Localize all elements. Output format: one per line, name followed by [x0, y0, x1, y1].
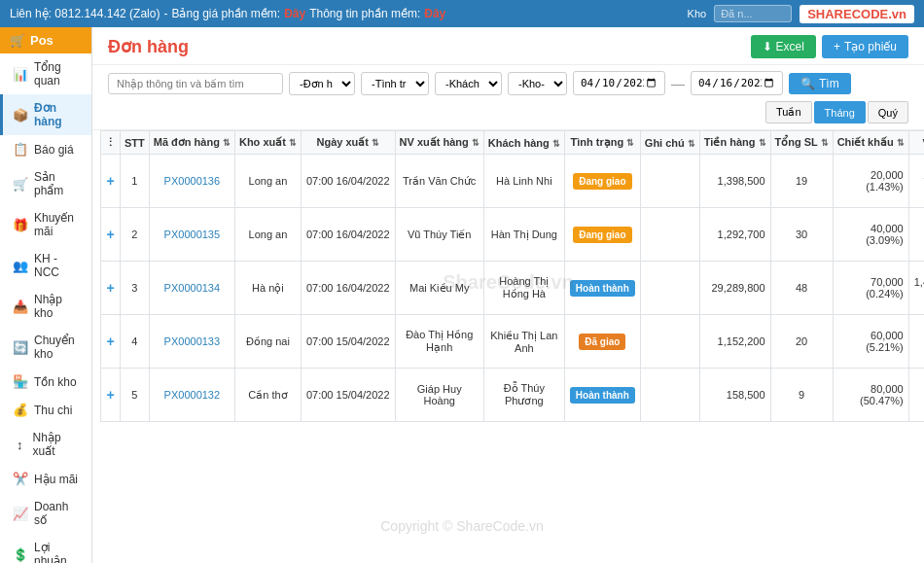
- row-expand[interactable]: +: [101, 155, 121, 208]
- don-h-select[interactable]: -Đơn h: [289, 72, 355, 95]
- row-ma-don[interactable]: PX0000136: [149, 155, 234, 208]
- sidebar-item-hau-mai[interactable]: ✂️ Hậu mãi: [0, 465, 91, 493]
- col-nv-xuat[interactable]: NV xuất hàng ⇅: [395, 131, 483, 155]
- row-kho-xuat: Cần thơ: [234, 369, 301, 422]
- excel-label: Excel: [776, 40, 804, 53]
- col-tong-sl[interactable]: Tổng SL ⇅: [770, 131, 833, 155]
- tab-thang[interactable]: Tháng: [814, 101, 866, 123]
- sidebar-item-khuyen-mai[interactable]: 🎁 Khuyến mãi: [0, 204, 91, 245]
- date-to-input[interactable]: [691, 71, 783, 95]
- ton-kho-icon: 🏪: [13, 374, 28, 389]
- pos-label: Pos: [30, 33, 53, 48]
- row-chiet-khau: 60,000 (5.21%): [833, 315, 908, 369]
- chuyen-kho-icon: 🔄: [13, 340, 28, 355]
- sidebar-item-thu-chi[interactable]: 💰 Thu chi: [0, 396, 91, 424]
- date-separator: —: [671, 76, 685, 91]
- row-expand[interactable]: +: [101, 262, 121, 315]
- row-ma-don[interactable]: PX0000135: [149, 208, 234, 262]
- col-tien-hang[interactable]: Tiền hàng ⇅: [699, 131, 770, 155]
- row-stt: 3: [121, 262, 150, 315]
- khach-select[interactable]: -Khách: [435, 72, 502, 95]
- create-button[interactable]: + Tạo phiếu: [822, 35, 908, 58]
- tinh-tr-select[interactable]: -Tình tr: [361, 72, 429, 95]
- sidebar: 🛒 Pos 📊 Tổng quan 📦 Đơn hàng 📋 Báo giá 🛒…: [0, 27, 92, 563]
- sidebar-item-don-hang[interactable]: 📦 Đơn hàng: [0, 94, 91, 135]
- don-hang-label: Đơn hàng: [34, 101, 82, 128]
- table-row: + 4 PX0000133 Đồng nai 07:00 15/04/2022 …: [101, 315, 925, 369]
- col-khach-hang[interactable]: Khách hàng ⇅: [483, 131, 564, 155]
- row-nv-xuat: Trần Văn Chức: [395, 155, 483, 208]
- sidebar-item-nhap-xuat[interactable]: ↕️ Nhập xuất: [0, 424, 91, 465]
- table-row: + 1 PX0000136 Long an 07:00 16/04/2022 T…: [101, 155, 925, 208]
- row-ma-don[interactable]: PX0000133: [149, 315, 234, 369]
- col-kho-xuat[interactable]: Kho xuất ⇅: [234, 131, 301, 155]
- sidebar-item-ton-kho[interactable]: 🏪 Tồn kho: [0, 368, 91, 396]
- banggia-label: Bảng giá phần mềm:: [171, 7, 280, 20]
- bao-gia-label: Báo giá: [34, 143, 74, 157]
- col-tinh-trang[interactable]: Tình trạng ⇅: [564, 131, 640, 155]
- page-actions: ⬇ Excel + Tạo phiếu: [751, 35, 908, 58]
- tong-quan-label: Tổng quan: [34, 60, 82, 88]
- col-ghi-chu[interactable]: Ghi chú ⇅: [640, 131, 699, 155]
- row-nv-xuat: Đào Thị Hồng Hạnh: [395, 315, 483, 369]
- don-hang-icon: 📦: [13, 108, 28, 123]
- loi-nhuan-icon: 💲: [13, 547, 28, 562]
- table-row: + 5 PX0000132 Cần thơ 07:00 15/04/2022 G…: [101, 369, 925, 422]
- excel-button[interactable]: ⬇ Excel: [751, 35, 816, 58]
- search-input[interactable]: [108, 73, 283, 94]
- col-ma-don[interactable]: Mã đơn hàng ⇅: [149, 131, 234, 155]
- sidebar-item-chuyen-kho[interactable]: 🔄 Chuyển kho: [0, 327, 91, 368]
- sidebar-item-nhap-kho[interactable]: 📥 Nhập kho: [0, 286, 91, 327]
- col-chiet-khau[interactable]: Chiết khấu ⇅: [833, 131, 908, 155]
- row-expand[interactable]: +: [101, 369, 121, 422]
- row-chiet-khau: 70,000 (0.24%): [833, 262, 908, 315]
- row-kho-xuat: Long an: [234, 155, 301, 208]
- row-ma-don[interactable]: PX0000134: [149, 262, 234, 315]
- sidebar-pos[interactable]: 🛒 Pos: [0, 27, 91, 53]
- logo: SHARECODE.vn: [800, 5, 914, 23]
- sidebar-item-loi-nhuan[interactable]: 💲 Lợi nhuận: [0, 534, 91, 563]
- search-icon: 🔍: [800, 77, 815, 90]
- row-expand[interactable]: +: [101, 208, 121, 262]
- row-ngay-xuat: 07:00 16/04/2022: [301, 155, 395, 208]
- row-tinh-trang: Đang giao: [564, 208, 640, 262]
- table-header-row: ⋮ STT Mã đơn hàng ⇅ Kho xuất ⇅ Ngày xuất…: [101, 131, 925, 155]
- main-content: Đơn hàng ⬇ Excel + Tạo phiếu -Đơn h -Tìn…: [92, 27, 924, 563]
- khuyen-mai-label: Khuyến mãi: [34, 211, 82, 238]
- sidebar-item-san-pham[interactable]: 🛒 Sản phẩm: [0, 163, 91, 204]
- sidebar-item-kh-ncc[interactable]: 👥 KH - NCC: [0, 245, 91, 286]
- date-from-input[interactable]: [573, 71, 665, 95]
- topbar-search-input[interactable]: [714, 5, 792, 22]
- orders-table: ⋮ STT Mã đơn hàng ⇅ Kho xuất ⇅ Ngày xuất…: [100, 130, 924, 422]
- excel-icon: ⬇: [763, 40, 772, 53]
- tab-tuan[interactable]: Tuần: [765, 101, 812, 123]
- sidebar-item-tong-quan[interactable]: 📊 Tổng quan: [0, 53, 91, 94]
- search-button[interactable]: 🔍 Tìm: [789, 73, 851, 94]
- col-ngay-xuat[interactable]: Ngày xuất ⇅: [301, 131, 395, 155]
- create-label: Tạo phiếu: [844, 40, 897, 53]
- col-stt: STT: [121, 131, 150, 155]
- row-stt: 1: [121, 155, 150, 208]
- kho-select[interactable]: -Kho-: [508, 72, 567, 95]
- row-expand[interactable]: +: [101, 315, 121, 369]
- col-vat[interactable]: VAT ⇅: [908, 131, 924, 155]
- banggia-link[interactable]: Đây: [284, 7, 305, 20]
- hau-mai-label: Hậu mãi: [34, 473, 78, 486]
- sidebar-item-bao-gia[interactable]: 📋 Báo giá: [0, 135, 91, 163]
- row-tinh-trang: Hoàn thành: [564, 369, 640, 422]
- row-stt: 5: [121, 369, 150, 422]
- sidebar-item-doanh-so[interactable]: 📈 Doanh số: [0, 493, 91, 534]
- contact-text: Liên hệ: 0812.144.142 (Zalo): [10, 7, 160, 20]
- row-nv-xuat: Vũ Thúy Tiến: [395, 208, 483, 262]
- row-ma-don[interactable]: PX0000132: [149, 369, 234, 422]
- topbar: Liên hệ: 0812.144.142 (Zalo) - Bảng giá …: [0, 0, 924, 27]
- thongtin-link[interactable]: Đây: [424, 7, 445, 20]
- kho-label: Kho: [688, 8, 707, 19]
- tab-quy[interactable]: Quý: [868, 101, 908, 123]
- row-chiet-khau: 80,000 (50.47%): [833, 369, 908, 422]
- row-vat: 3,925 (5%): [908, 369, 924, 422]
- topbar-right: Kho SHARECODE.vn: [688, 5, 914, 23]
- row-tien-hang: 158,500: [699, 369, 770, 422]
- view-tabs: Tuần Tháng Quý: [765, 101, 908, 123]
- row-khach-hang: Hoàng Thị Hồng Hà: [483, 262, 564, 315]
